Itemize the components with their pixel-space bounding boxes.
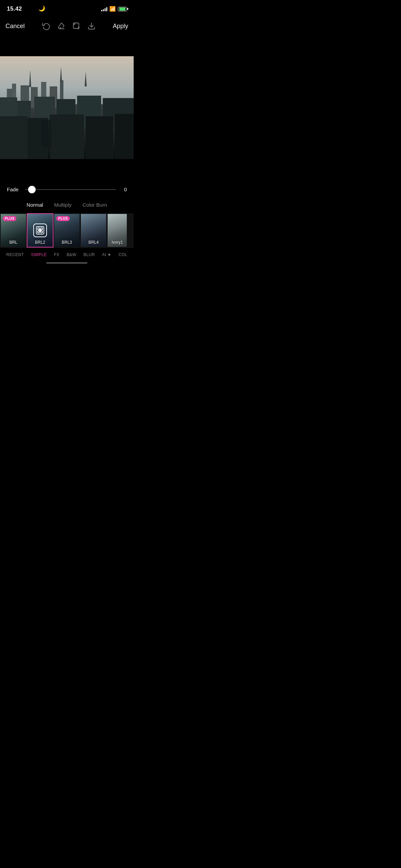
crop-icon[interactable] [72, 22, 81, 30]
svg-rect-27 [11, 100, 12, 101]
blend-tab-colorburn[interactable]: Color Burn [83, 202, 107, 208]
wifi-icon: 📶 [109, 6, 116, 12]
status-icons: 📶 [101, 6, 127, 12]
filter-item-ivory1[interactable]: Ivory1 [107, 213, 127, 248]
filter-item-brl4[interactable]: BRL4 [80, 213, 107, 248]
fade-section: Fade 0 [0, 180, 134, 198]
cat-tab-simple[interactable]: SIMPLE [31, 252, 47, 257]
signal-bar-3 [105, 8, 106, 11]
cat-tab-recent[interactable]: RECENT [6, 252, 24, 257]
svg-rect-23 [86, 116, 113, 159]
ai-label: AI [102, 252, 106, 257]
fade-slider[interactable] [25, 189, 116, 190]
svg-rect-28 [9, 104, 10, 105]
filter-label-ivory1: Ivory1 [108, 240, 127, 245]
city-photo [0, 56, 134, 159]
download-icon[interactable] [87, 22, 96, 30]
plus-badge-brl3: PLUS [56, 216, 70, 221]
fade-row: Fade 0 [7, 186, 127, 192]
selected-icon [33, 224, 47, 237]
fade-value: 0 [120, 186, 127, 192]
status-time: 15.42 [7, 5, 22, 12]
blend-tab-normal[interactable]: Normal [27, 202, 43, 208]
cat-tab-blur[interactable]: BLUR [84, 252, 95, 257]
svg-rect-34 [38, 231, 39, 233]
svg-rect-24 [115, 114, 134, 159]
filter-item-brl3[interactable]: PLUS BRL3 [53, 213, 80, 248]
category-tabs: RECENT SIMPLE FX B&W BLUR AI ✦ COL [0, 248, 134, 260]
toolbar-icons [42, 22, 96, 30]
filter-label-brl4: BRL4 [81, 240, 106, 245]
signal-icon [101, 7, 107, 11]
toolbar-left: Cancel [5, 23, 25, 30]
filter-label-brl2: BRL2 [27, 240, 53, 245]
cat-tab-bw[interactable]: B&W [66, 252, 76, 257]
cat-tab-col[interactable]: COL [119, 252, 127, 257]
svg-rect-35 [41, 231, 42, 233]
bottom-black-spacer [0, 159, 134, 180]
reset-icon[interactable] [42, 22, 50, 30]
cat-tab-ai[interactable]: AI ✦ [102, 252, 111, 257]
city-svg-overlay [0, 56, 134, 159]
battery-fill [119, 8, 125, 11]
filter-item-brl[interactable]: PLUS BRL [0, 213, 27, 248]
filter-item-brl2[interactable]: BRL2 [27, 213, 53, 248]
svg-rect-20 [0, 116, 27, 159]
filter-label-brl: BRL [1, 240, 26, 245]
filter-label-brl3: BRL3 [54, 240, 80, 245]
svg-rect-33 [41, 228, 42, 230]
eraser-icon[interactable] [57, 22, 65, 30]
fade-label: Fade [7, 186, 21, 192]
top-black-spacer [0, 36, 134, 56]
svg-rect-26 [9, 100, 10, 101]
svg-rect-22 [50, 114, 84, 159]
home-indicator [46, 262, 87, 264]
svg-rect-25 [41, 120, 51, 147]
signal-bar-2 [103, 9, 104, 11]
fade-slider-thumb[interactable] [28, 186, 36, 193]
filters-row: PLUS BRL BRL2 PLUS BRL3 BRL4 Ivor [0, 213, 134, 248]
signal-bar-4 [106, 7, 107, 11]
status-bar: 15.42 🌙 📶 [0, 0, 134, 16]
cat-tab-fx[interactable]: FX [54, 252, 59, 257]
blend-mode-tabs: Normal Multiply Color Burn [0, 198, 134, 213]
top-toolbar: Cancel [0, 16, 134, 36]
ai-star-icon: ✦ [107, 252, 111, 257]
moon-icon: 🌙 [38, 5, 45, 12]
battery-icon [118, 7, 127, 11]
signal-bar-1 [101, 10, 102, 11]
apply-button[interactable]: Apply [113, 23, 128, 30]
photo-preview [0, 56, 134, 159]
plus-badge-brl: PLUS [3, 216, 16, 221]
blend-tab-multiply[interactable]: Multiply [54, 202, 72, 208]
svg-rect-32 [38, 228, 39, 230]
cancel-button[interactable]: Cancel [5, 23, 25, 30]
